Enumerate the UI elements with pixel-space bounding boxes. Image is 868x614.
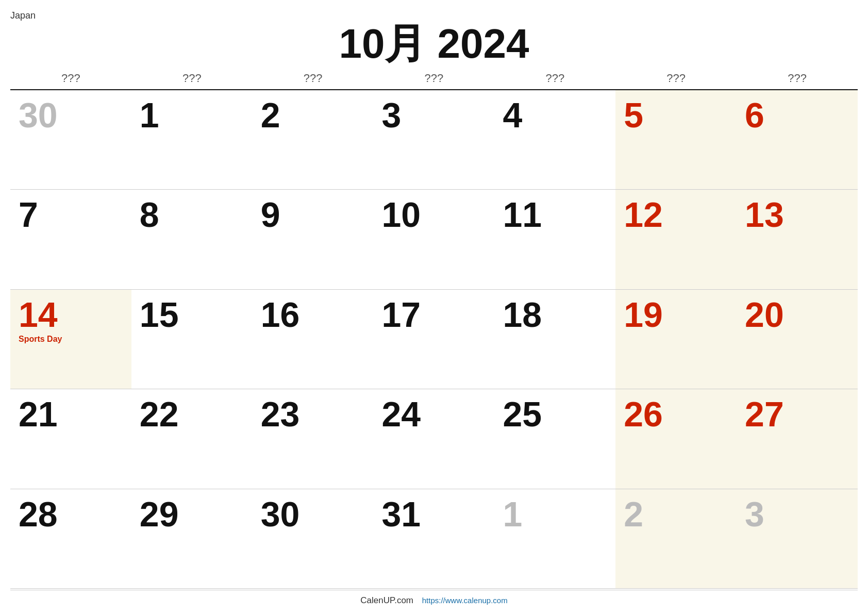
day-number: 3 (382, 97, 487, 132)
calendar-day-cell: 3 (737, 489, 858, 589)
day-number: 19 (624, 297, 728, 332)
calendar-day-cell: 6 (737, 90, 858, 190)
day-number: 25 (503, 396, 607, 432)
calendar-day-cell: 17 (374, 289, 495, 389)
calendar-week-row: 30123456 (10, 90, 858, 190)
weekday-header: ??? (131, 68, 253, 90)
month-title: 10月 2024 (10, 23, 858, 64)
calendar-day-cell: 2 (253, 90, 374, 190)
day-number: 21 (19, 396, 123, 432)
day-number: 28 (19, 496, 123, 532)
calendar-day-cell: 7 (10, 190, 131, 290)
day-number: 18 (503, 297, 607, 332)
calendar-day-cell: 29 (131, 489, 253, 589)
calendar-week-row: 14Sports Day151617181920 (10, 289, 858, 389)
footer: CalenUP.com https://www.calenup.com (10, 590, 858, 609)
calendar-day-cell: 26 (615, 389, 737, 489)
calendar-day-cell: 25 (494, 389, 615, 489)
calendar-day-cell: 30 (10, 90, 131, 190)
day-number: 16 (261, 297, 365, 332)
day-number: 15 (140, 297, 244, 332)
day-number: 12 (624, 197, 728, 232)
footer-url: https://www.calenup.com (422, 596, 508, 605)
day-number: 20 (745, 297, 849, 332)
day-number: 1 (503, 496, 607, 532)
calendar-week-row: 21222324252627 (10, 389, 858, 489)
calendar-day-cell: 15 (131, 289, 253, 389)
day-number: 6 (745, 97, 849, 132)
day-number: 9 (261, 197, 365, 232)
day-number: 1 (140, 97, 244, 132)
calendar-day-cell: 1 (131, 90, 253, 190)
day-number: 26 (624, 396, 728, 432)
weekday-header: ??? (253, 68, 374, 90)
calendar-day-cell: 18 (494, 289, 615, 389)
day-number: 3 (745, 496, 849, 532)
calendar-day-cell: 2 (615, 489, 737, 589)
calendar-day-cell: 1 (494, 489, 615, 589)
weekday-header: ??? (494, 68, 615, 90)
holiday-label: Sports Day (19, 334, 123, 344)
weekday-header: ??? (615, 68, 737, 90)
day-number: 30 (19, 97, 123, 132)
calendar-day-cell: 23 (253, 389, 374, 489)
calendar-day-cell: 3 (374, 90, 495, 190)
day-number: 17 (382, 297, 487, 332)
day-number: 14 (19, 297, 123, 332)
calendar-page: Japan 10月 2024 ????????????????????? 301… (0, 0, 868, 614)
calendar-day-cell: 12 (615, 190, 737, 290)
calendar-day-cell: 5 (615, 90, 737, 190)
calendar-day-cell: 8 (131, 190, 253, 290)
weekday-header-row: ????????????????????? (10, 68, 858, 90)
day-number: 24 (382, 396, 487, 432)
calendar-day-cell: 9 (253, 190, 374, 290)
day-number: 7 (19, 197, 123, 232)
day-number: 29 (140, 496, 244, 532)
calendar-day-cell: 24 (374, 389, 495, 489)
calendar-day-cell: 22 (131, 389, 253, 489)
day-number: 31 (382, 496, 487, 532)
day-number: 4 (503, 97, 607, 132)
day-number: 13 (745, 197, 849, 232)
calendar-day-cell: 28 (10, 489, 131, 589)
day-number: 27 (745, 396, 849, 432)
weekday-header: ??? (737, 68, 858, 90)
day-number: 2 (624, 496, 728, 532)
calendar-week-row: 28293031123 (10, 489, 858, 589)
calendar-day-cell: 27 (737, 389, 858, 489)
day-number: 30 (261, 496, 365, 532)
day-number: 2 (261, 97, 365, 132)
day-number: 10 (382, 197, 487, 232)
calendar-day-cell: 10 (374, 190, 495, 290)
calendar-day-cell: 31 (374, 489, 495, 589)
calendar-day-cell: 16 (253, 289, 374, 389)
calendar-week-row: 78910111213 (10, 190, 858, 290)
day-number: 11 (503, 197, 607, 232)
calendar-day-cell: 11 (494, 190, 615, 290)
calendar-day-cell: 4 (494, 90, 615, 190)
day-number: 5 (624, 97, 728, 132)
calendar-day-cell: 13 (737, 190, 858, 290)
footer-site: CalenUP.com (360, 595, 413, 605)
day-number: 22 (140, 396, 244, 432)
day-number: 8 (140, 197, 244, 232)
calendar-table: ????????????????????? 301234567891011121… (10, 68, 858, 589)
calendar-day-cell: 20 (737, 289, 858, 389)
calendar-day-cell: 21 (10, 389, 131, 489)
day-number: 23 (261, 396, 365, 432)
weekday-header: ??? (10, 68, 131, 90)
calendar-day-cell: 30 (253, 489, 374, 589)
calendar-day-cell: 19 (615, 289, 737, 389)
calendar-day-cell: 14Sports Day (10, 289, 131, 389)
weekday-header: ??? (374, 68, 495, 90)
country-label: Japan (10, 10, 858, 21)
